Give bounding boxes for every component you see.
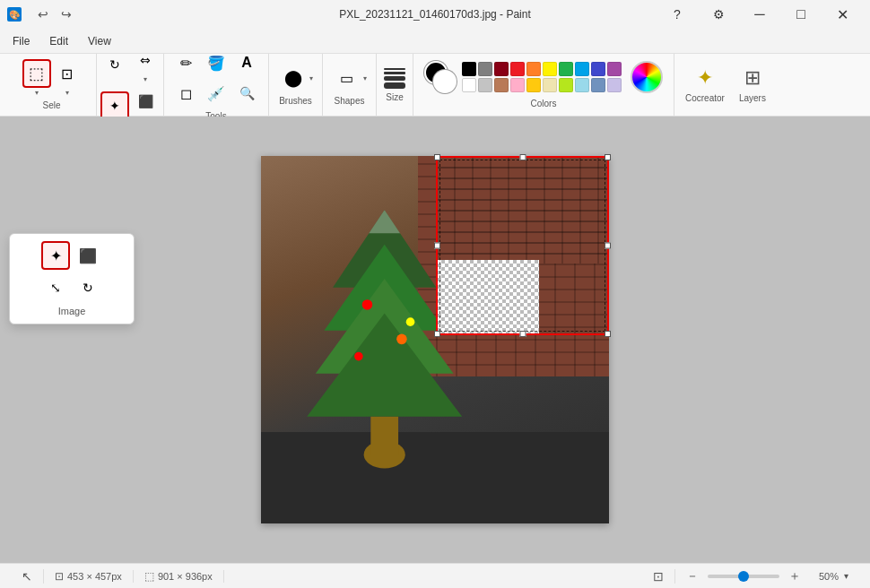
settings-button[interactable]: ⚙ [698, 0, 739, 29]
color-swatch[interactable] [559, 78, 573, 92]
color-swatch[interactable] [494, 78, 509, 92]
handle-br[interactable] [605, 331, 611, 337]
image-select-dropdown[interactable]: ▾ [65, 89, 69, 97]
popup-label: Image [17, 306, 126, 316]
close-button[interactable]: ✕ [822, 0, 863, 29]
color-swatch[interactable] [607, 62, 622, 76]
background-color[interactable] [433, 70, 457, 93]
color-swatch[interactable] [607, 78, 622, 92]
svg-point-9 [354, 352, 363, 361]
color-swatch[interactable] [510, 62, 525, 76]
flip-button[interactable]: ⇔ [131, 46, 160, 74]
handle-mr[interactable] [605, 243, 611, 249]
canvas-size-info: ⬚ 901 × 936px [134, 570, 224, 583]
text-button[interactable]: A [232, 48, 261, 77]
popup-magic-select[interactable]: ✦ [41, 241, 70, 270]
color-swatch[interactable] [543, 62, 557, 76]
color-swatch[interactable] [591, 78, 605, 92]
rect-select-dropdown[interactable]: ▾ [35, 89, 39, 97]
window-title: PXL_20231121_01460170d3.jpg - Paint [339, 8, 531, 21]
color-swatch[interactable] [462, 62, 476, 76]
zoom-control[interactable]: － ＋ 50% ▾ [675, 568, 859, 584]
right-tools: ✦ Cocreator ⊞ Layers [674, 54, 777, 116]
handle-tl[interactable] [434, 154, 440, 160]
color-row-1 [462, 62, 622, 76]
zoom-slider[interactable] [708, 575, 779, 578]
minimize-button[interactable]: ─ [739, 0, 780, 29]
color-swatch[interactable] [494, 62, 509, 76]
color-swatch[interactable] [478, 62, 492, 76]
select-section: ⬚ ▾ ⊡ ▾ Sele [7, 54, 97, 116]
layers-label: Layers [739, 93, 766, 103]
color-rainbow-picker[interactable] [631, 61, 663, 93]
zoom-level-text: 50% [806, 571, 839, 582]
eraser-button[interactable]: ◻ [171, 79, 200, 108]
pencil-button[interactable]: ✏ [171, 48, 200, 77]
image-popup-panel: ✦ ⬛ ⤡ ↻ Image [9, 233, 135, 324]
handle-tm[interactable] [519, 154, 526, 160]
toolbar: ⬚ ▾ ⊡ ▾ Sele ↻ ⇔ ▾ ✦ ⬛ ▾ [0, 54, 870, 117]
zoom-in-button[interactable]: ＋ [788, 568, 801, 584]
window-controls: ? ⚙ ─ □ ✕ [657, 0, 863, 29]
handle-tr[interactable] [605, 154, 611, 160]
brush-dropdown[interactable]: ▾ [309, 74, 313, 82]
zoom-dropdown-arrow[interactable]: ▾ [844, 571, 848, 581]
select-label: Sele [42, 100, 60, 110]
cocreator-tool[interactable]: ✦ Cocreator [685, 66, 725, 103]
help-button[interactable]: ? [657, 0, 698, 29]
canvas-selection-box[interactable] [436, 156, 609, 335]
undo-redo-group: ↩ ↪ [32, 4, 77, 25]
flip-dropdown[interactable]: ▾ [144, 75, 147, 83]
active-colors [424, 61, 457, 93]
zoom-thumb[interactable] [738, 571, 749, 582]
color-swatch[interactable] [478, 78, 492, 92]
rect-select-button[interactable]: ⬚ [22, 59, 51, 88]
zoom-button[interactable]: 🔍 [232, 79, 261, 108]
popup-resize[interactable]: ⤡ [41, 273, 70, 302]
color-swatch[interactable] [510, 78, 525, 92]
titlebar: 🎨 ↩ ↪ PXL_20231121_01460170d3.jpg - Pain… [0, 0, 870, 29]
maximize-button[interactable]: □ [780, 0, 822, 29]
popup-crop[interactable]: ⬛ [74, 241, 102, 270]
color-swatch[interactable] [591, 62, 605, 76]
color-swatch[interactable] [559, 62, 573, 76]
color-swatch[interactable] [575, 78, 589, 92]
statusbar: ↖ ⊡ 453 × 457px ⬚ 901 × 936px ⊡ － ＋ 50% … [0, 563, 870, 588]
photo-canvas[interactable] [261, 156, 609, 523]
shape-select-button[interactable]: ▭ [333, 64, 361, 92]
color-swatch[interactable] [575, 62, 589, 76]
fill-button[interactable]: 🪣 [202, 48, 231, 77]
color-swatch[interactable] [526, 62, 541, 76]
app-icon: 🎨 [7, 7, 22, 22]
menu-file[interactable]: File [4, 31, 39, 51]
redo-button[interactable]: ↪ [56, 4, 77, 25]
svg-point-8 [396, 334, 407, 345]
color-swatch[interactable] [462, 78, 476, 92]
handle-bl[interactable] [434, 331, 440, 337]
fit-to-window-button[interactable]: ⊡ [642, 569, 675, 584]
undo-button[interactable]: ↩ [32, 4, 54, 25]
svg-point-10 [406, 317, 415, 326]
zoom-out-button[interactable]: － [686, 568, 699, 584]
crop-button[interactable]: ⬛ [131, 87, 160, 116]
size-section: Size [377, 54, 413, 116]
image-select-button[interactable]: ⊡ [53, 59, 82, 88]
selection-transparent-area [438, 260, 539, 333]
brush-round-button[interactable]: ⬤ [279, 64, 308, 92]
rotate-button[interactable]: ↻ [100, 50, 129, 79]
cocreator-label: Cocreator [685, 93, 725, 103]
handle-bm[interactable] [519, 331, 526, 337]
brushes-section: ⬤ ▾ Brushes [269, 54, 323, 116]
magic-select-button[interactable]: ✦ [100, 91, 129, 120]
color-swatch[interactable] [526, 78, 541, 92]
layers-tool[interactable]: ⊞ Layers [739, 66, 766, 103]
color-picker-button[interactable]: 💉 [202, 79, 231, 108]
svg-rect-5 [370, 417, 398, 454]
handle-ml[interactable] [434, 243, 440, 249]
brushes-label: Brushes [279, 96, 312, 106]
menu-edit[interactable]: Edit [40, 31, 77, 51]
shapes-section: ▭ ▾ Shapes [323, 54, 377, 116]
popup-rotate[interactable]: ↻ [74, 273, 102, 302]
shapes-dropdown[interactable]: ▾ [363, 74, 367, 82]
color-swatch[interactable] [543, 78, 557, 92]
